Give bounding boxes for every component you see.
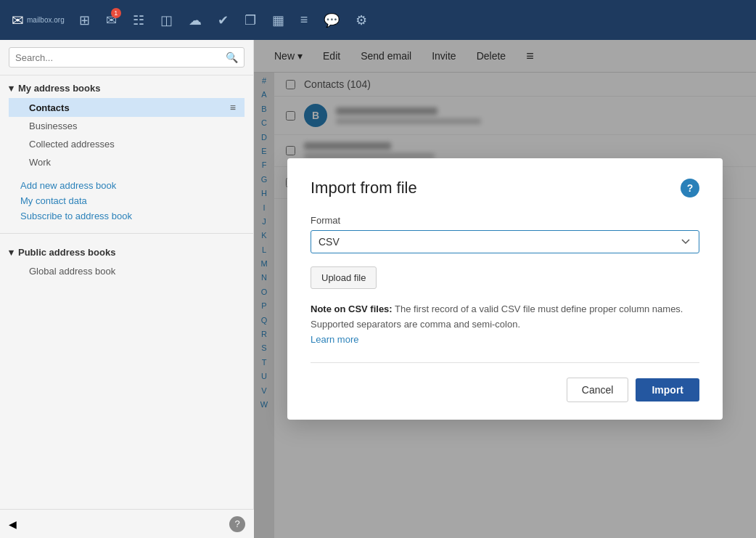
public-address-books-label: Public address books bbox=[18, 247, 115, 258]
work-label: Work bbox=[29, 157, 51, 168]
my-contact-data-link[interactable]: My contact data bbox=[20, 195, 245, 206]
mail-badge: 1 bbox=[111, 8, 121, 18]
sidebar-item-contacts[interactable]: Contacts ≡ bbox=[9, 98, 245, 117]
settings-icon[interactable]: ⚙ bbox=[356, 12, 367, 28]
calendar-icon[interactable]: ☷ bbox=[133, 12, 144, 28]
sidebar-collapse-icon[interactable]: ◀ bbox=[9, 518, 17, 530]
subscribe-address-book-link[interactable]: Subscribe to address book bbox=[20, 211, 245, 221]
collapse-icon: ▾ bbox=[9, 83, 14, 94]
documents-icon[interactable]: ❐ bbox=[245, 12, 256, 28]
nav-icons: ⊞ ✉ 1 ☷ ◫ ☁ ✔ ❐ ▦ ≡ 💬 ⚙ bbox=[79, 12, 744, 28]
collected-label: Collected addresses bbox=[29, 139, 115, 150]
modal-header: Import from file ? bbox=[311, 179, 699, 197]
public-collapse-icon: ▾ bbox=[9, 247, 14, 258]
sidebar-search-area: 🔍 bbox=[0, 40, 253, 76]
contacts-nav-icon[interactable]: ◫ bbox=[160, 12, 173, 28]
tasks-icon[interactable]: ✔ bbox=[218, 12, 229, 28]
format-field: Format CSV vCard bbox=[311, 215, 699, 253]
sidebar-links-section: Add new address book My contact data Sub… bbox=[0, 174, 253, 227]
sidebar-divider bbox=[0, 233, 253, 234]
public-address-books-section: ▾ Public address books Global address bo… bbox=[0, 240, 253, 283]
logo-icon: ✉ bbox=[12, 12, 24, 29]
sidebar-item-global[interactable]: Global address book bbox=[9, 262, 245, 280]
table-icon[interactable]: ▦ bbox=[272, 12, 284, 28]
import-modal: Import from file ? Format CSV vCard Uplo… bbox=[287, 158, 723, 419]
main-layout: 🔍 ▾ My address books Contacts ≡ Business… bbox=[0, 40, 756, 538]
modal-divider bbox=[311, 362, 699, 363]
contacts-label: Contacts bbox=[29, 102, 70, 113]
search-input[interactable] bbox=[15, 52, 221, 63]
format-label: Format bbox=[311, 215, 699, 226]
hamburger-icon[interactable]: ≡ bbox=[230, 102, 236, 113]
notes-icon[interactable]: ≡ bbox=[300, 12, 308, 28]
content-area: New ▾ Edit Send email Invite Delete ≡ # … bbox=[254, 40, 756, 538]
apps-icon[interactable]: ⊞ bbox=[79, 12, 90, 28]
mail-icon[interactable]: ✉ 1 bbox=[106, 12, 117, 28]
modal-overlay: Import from file ? Format CSV vCard Uplo… bbox=[254, 40, 756, 538]
sidebar-bottom-bar: ◀ ? bbox=[0, 509, 254, 538]
sidebar-help-icon[interactable]: ? bbox=[229, 516, 245, 532]
add-new-address-book-link[interactable]: Add new address book bbox=[20, 180, 245, 191]
my-address-books-section: ▾ My address books Contacts ≡ Businesses… bbox=[0, 76, 253, 174]
modal-footer: Cancel Import bbox=[311, 378, 699, 402]
businesses-label: Businesses bbox=[29, 121, 77, 131]
cloud-icon[interactable]: ☁ bbox=[189, 12, 202, 28]
search-icon[interactable]: 🔍 bbox=[226, 52, 238, 63]
cancel-button[interactable]: Cancel bbox=[567, 378, 629, 402]
top-navbar: ✉ mailbox.org ⊞ ✉ 1 ☷ ◫ ☁ ✔ ❐ ▦ ≡ 💬 ⚙ bbox=[0, 0, 756, 40]
my-address-books-label: My address books bbox=[18, 83, 100, 94]
sidebar-item-work[interactable]: Work bbox=[9, 153, 245, 171]
public-address-books-header[interactable]: ▾ Public address books bbox=[9, 247, 245, 258]
upload-area: Upload file bbox=[311, 266, 699, 289]
logo-text: mailbox.org bbox=[27, 16, 65, 24]
sidebar-item-businesses[interactable]: Businesses bbox=[9, 117, 245, 135]
app-logo: ✉ mailbox.org bbox=[12, 12, 65, 29]
sidebar: 🔍 ▾ My address books Contacts ≡ Business… bbox=[0, 40, 254, 538]
modal-title: Import from file bbox=[311, 179, 417, 197]
format-select[interactable]: CSV vCard bbox=[311, 230, 699, 253]
upload-file-button[interactable]: Upload file bbox=[311, 266, 377, 289]
learn-more-link[interactable]: Learn more bbox=[311, 334, 358, 345]
search-box: 🔍 bbox=[9, 47, 245, 68]
chat-icon[interactable]: 💬 bbox=[324, 12, 340, 28]
my-address-books-header[interactable]: ▾ My address books bbox=[9, 83, 245, 94]
import-button[interactable]: Import bbox=[636, 378, 699, 402]
global-address-label: Global address book bbox=[29, 266, 115, 277]
sidebar-item-collected[interactable]: Collected addresses bbox=[9, 135, 245, 153]
modal-help-icon[interactable]: ? bbox=[681, 179, 699, 197]
csv-note: Note on CSV files: The first record of a… bbox=[311, 302, 699, 347]
note-bold: Note on CSV files: bbox=[311, 303, 393, 314]
